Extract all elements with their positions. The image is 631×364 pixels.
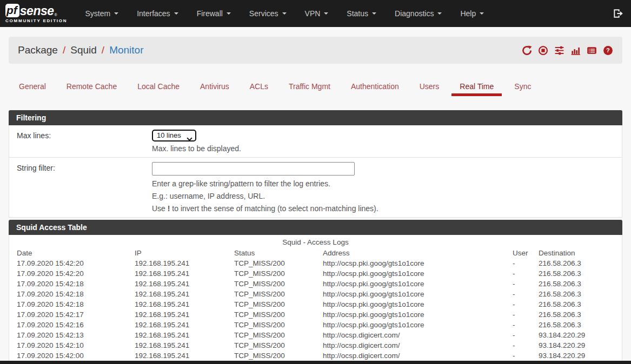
sign-out-icon[interactable] <box>613 8 623 19</box>
cell-destination: 216.58.206.3 <box>539 268 614 279</box>
string-filter-input[interactable] <box>152 162 355 176</box>
cell-user: - <box>513 279 539 289</box>
cell-date: 17.09.2020 15:42:20 <box>17 258 135 268</box>
tab-authentication[interactable]: Authentication <box>343 78 407 96</box>
nav-item-interfaces[interactable]: Interfaces <box>129 0 186 27</box>
cell-destination: 216.58.206.3 <box>539 299 614 309</box>
col-header-status: Status <box>234 248 323 258</box>
cell-date: 17.09.2020 15:42:18 <box>17 289 135 299</box>
nav-item-label: System <box>85 9 110 18</box>
tab-label[interactable]: Local Cache <box>129 78 188 96</box>
nav-item-status[interactable]: Status <box>338 0 384 27</box>
tab-label[interactable]: Users <box>411 78 448 96</box>
pfsense-logo[interactable]: pfsense® COMMUNITY EDITION <box>5 4 67 23</box>
tab-label[interactable]: Traffic Mgmt <box>281 78 338 96</box>
access-table-panel: Squid Access Table Squid - Access Logs D… <box>9 220 622 362</box>
log-row: 17.09.2020 15:42:16192.168.195.241TCP_MI… <box>17 320 614 330</box>
refresh-icon[interactable] <box>522 45 532 56</box>
caret-down-icon <box>480 12 484 15</box>
cell-date: 17.09.2020 15:42:17 <box>17 309 135 320</box>
cell-status: TCP_MISS/200 <box>234 350 323 361</box>
tab-label[interactable]: Authentication <box>343 78 407 96</box>
access-log-table: DateIPStatusAddressUserDestination 17.09… <box>17 248 614 361</box>
breadcrumb-item-squid: Squid <box>70 44 97 56</box>
cell-ip: 192.168.195.241 <box>135 279 234 289</box>
tab-local-cache[interactable]: Local Cache <box>129 78 188 96</box>
max-lines-select[interactable]: 10 lines <box>152 130 196 141</box>
nav-item-firewall[interactable]: Firewall <box>189 0 239 27</box>
cell-destination: 216.58.206.3 <box>539 279 614 289</box>
caret-down-icon <box>114 12 118 15</box>
cell-destination: 216.58.206.3 <box>539 258 614 268</box>
cell-status: TCP_MISS/200 <box>234 320 323 330</box>
tab-remote-cache[interactable]: Remote Cache <box>58 78 125 96</box>
cell-ip: 192.168.195.241 <box>135 350 234 361</box>
cell-ip: 192.168.195.241 <box>135 330 234 340</box>
cell-date: 17.09.2020 15:42:18 <box>17 299 135 309</box>
log-row: 17.09.2020 15:42:20192.168.195.241TCP_MI… <box>17 268 614 279</box>
cell-ip: 192.168.195.241 <box>135 268 234 279</box>
cell-address: http://ocsp.pki.goog/gts1o1core <box>323 268 513 279</box>
tab-label[interactable]: Antivirus <box>192 78 237 96</box>
cell-user: - <box>513 299 539 309</box>
col-header-ip: IP <box>135 248 234 258</box>
cell-address: http://ocsp.pki.goog/gts1o1core <box>323 258 513 268</box>
breadcrumb-separator: / <box>102 44 104 56</box>
tab-antivirus[interactable]: Antivirus <box>192 78 237 96</box>
cell-destination: 93.184.220.29 <box>539 350 614 361</box>
tab-label[interactable]: ACLs <box>242 78 276 96</box>
cell-destination: 93.184.220.29 <box>539 330 614 340</box>
stop-circle-icon[interactable] <box>538 45 548 56</box>
tab-real-time[interactable]: Real Time <box>451 78 502 96</box>
cell-destination: 216.58.206.3 <box>539 289 614 299</box>
filtering-panel-title: Filtering <box>9 110 622 125</box>
tab-general[interactable]: General <box>11 78 54 96</box>
caret-down-icon <box>282 12 287 15</box>
tab-label[interactable]: General <box>11 78 54 96</box>
question-circle-icon[interactable]: ? <box>603 45 613 56</box>
cell-address: http://ocsp.pki.goog/gts1o1core <box>323 299 513 309</box>
tab-sync[interactable]: Sync <box>506 78 539 96</box>
max-lines-row: Max lines: 10 lines Max. lines to be dis… <box>9 125 622 157</box>
log-row: 17.09.2020 15:42:18192.168.195.241TCP_MI… <box>17 299 614 309</box>
nav-item-vpn[interactable]: VPN <box>297 0 337 27</box>
cell-ip: 192.168.195.241 <box>135 289 234 299</box>
cell-status: TCP_MISS/200 <box>234 309 323 320</box>
cell-status: TCP_MISS/200 <box>234 340 323 350</box>
logo-sense: sense <box>20 4 54 17</box>
tab-traffic-mgmt[interactable]: Traffic Mgmt <box>281 78 338 96</box>
breadcrumb: Package/Squid/Monitor ? <box>9 37 622 64</box>
tab-users[interactable]: Users <box>411 78 448 96</box>
caret-down-icon <box>372 12 376 15</box>
access-table-panel-title: Squid Access Table <box>9 220 622 235</box>
cell-status: TCP_MISS/200 <box>234 279 323 289</box>
breadcrumb-item-monitor[interactable]: Monitor <box>109 44 143 56</box>
cell-address: http://ocsp.pki.goog/gts1o1core <box>323 309 513 320</box>
bar-chart-icon[interactable] <box>570 45 581 56</box>
nav-item-system[interactable]: System <box>77 0 127 27</box>
nav-item-help[interactable]: Help <box>452 0 492 27</box>
cell-address: http://ocsp.digicert.com/ <box>323 340 513 350</box>
cell-date: 17.09.2020 15:42:16 <box>17 320 135 330</box>
breadcrumb-item-package: Package <box>18 44 58 56</box>
nav-item-diagnostics[interactable]: Diagnostics <box>387 0 450 27</box>
tab-label[interactable]: Sync <box>506 78 539 96</box>
table-list-icon[interactable] <box>587 45 597 56</box>
cell-date: 17.09.2020 15:42:18 <box>17 279 135 289</box>
caret-down-icon <box>437 12 442 15</box>
sliders-icon[interactable] <box>554 45 564 56</box>
nav-item-services[interactable]: Services <box>241 0 295 27</box>
cell-user: - <box>513 340 539 350</box>
max-lines-label: Max lines: <box>17 130 152 154</box>
tab-acls[interactable]: ACLs <box>242 78 276 96</box>
cell-date: 17.09.2020 15:42:13 <box>17 330 135 340</box>
col-header-address: Address <box>323 248 513 258</box>
tab-label[interactable]: Remote Cache <box>58 78 125 96</box>
log-row: 17.09.2020 15:42:17192.168.195.241TCP_MI… <box>17 309 614 320</box>
cell-destination: 216.58.206.3 <box>539 320 614 330</box>
tab-label[interactable]: Real Time <box>451 78 502 96</box>
string-filter-row: String filter: Enter a grep-like string/… <box>9 157 622 217</box>
cell-status: TCP_MISS/200 <box>234 299 323 309</box>
log-row: 17.09.2020 15:42:20192.168.195.241TCP_MI… <box>17 258 614 268</box>
cell-address: http://ocsp.pki.goog/gts1o1core <box>323 289 513 299</box>
